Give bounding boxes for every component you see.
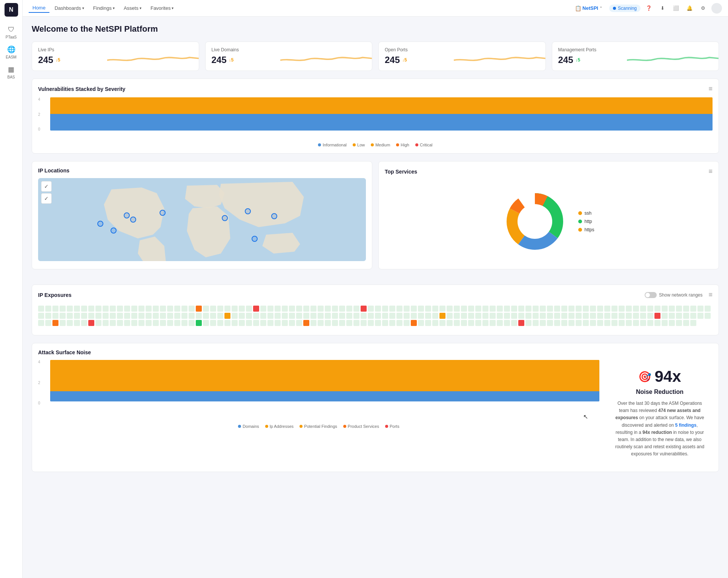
exposure-cell[interactable] [103, 320, 109, 326]
exposure-cell[interactable] [468, 320, 474, 326]
exposure-cell[interactable] [239, 313, 245, 319]
exposure-cell[interactable] [110, 313, 116, 319]
exposure-cell[interactable] [38, 320, 44, 326]
exposure-cell[interactable] [368, 313, 374, 319]
exposure-cell[interactable] [303, 306, 309, 312]
exposure-cell[interactable] [325, 306, 331, 312]
exposure-cell[interactable] [375, 306, 381, 312]
exposure-cell[interactable] [196, 313, 202, 319]
exposure-cell[interactable] [411, 313, 417, 319]
exposure-cell[interactable] [633, 313, 639, 319]
exposure-cell[interactable] [583, 313, 589, 319]
exposure-cell[interactable] [561, 313, 567, 319]
exposure-cell[interactable] [640, 313, 646, 319]
exposure-cell[interactable] [267, 306, 273, 312]
exposure-cell[interactable] [203, 306, 209, 312]
exposure-cell[interactable] [404, 320, 410, 326]
exposure-cell[interactable] [289, 306, 295, 312]
exposure-cell[interactable] [461, 320, 467, 326]
exposure-cell[interactable] [568, 313, 574, 319]
exposure-cell[interactable] [382, 306, 388, 312]
exposure-cell[interactable] [174, 306, 180, 312]
exposure-cell[interactable] [189, 313, 195, 319]
exposure-cell[interactable] [110, 320, 116, 326]
exposure-cell[interactable] [67, 306, 73, 312]
exposure-cell[interactable] [468, 313, 474, 319]
exposure-cell[interactable] [482, 320, 488, 326]
exposure-cell[interactable] [124, 306, 130, 312]
exposure-cell[interactable] [561, 320, 567, 326]
exposure-cell[interactable] [396, 320, 402, 326]
exposure-cell[interactable] [246, 306, 252, 312]
exposure-cell[interactable] [239, 320, 245, 326]
exposure-cell[interactable] [181, 306, 187, 312]
exposure-cell[interactable] [454, 306, 460, 312]
exposure-cell[interactable] [81, 313, 87, 319]
exposure-cell[interactable] [167, 320, 173, 326]
exposure-cell[interactable] [568, 320, 574, 326]
exposure-cell[interactable] [647, 306, 653, 312]
map-zoom-out[interactable]: ✓ [41, 193, 52, 204]
exposure-cell[interactable] [303, 320, 309, 326]
exposure-cell[interactable] [375, 320, 381, 326]
exposure-cell[interactable] [310, 306, 316, 312]
exposure-cell[interactable] [81, 320, 87, 326]
exposure-cell[interactable] [604, 320, 610, 326]
exposure-cell[interactable] [590, 313, 596, 319]
sidebar-item-ptaas[interactable]: 🛡 PTaaS [0, 23, 22, 42]
exposure-cell[interactable] [439, 306, 445, 312]
exposure-cell[interactable] [103, 306, 109, 312]
exposure-cell[interactable] [533, 313, 539, 319]
exposure-cell[interactable] [533, 306, 539, 312]
exposure-cell[interactable] [196, 306, 202, 312]
exposure-cell[interactable] [353, 306, 359, 312]
sidebar-item-bas[interactable]: ▦ BAS [0, 62, 22, 82]
exposure-cell[interactable] [518, 313, 524, 319]
exposure-cell[interactable] [576, 313, 582, 319]
exposure-cell[interactable] [60, 313, 66, 319]
exposure-cell[interactable] [611, 306, 617, 312]
exposure-cell[interactable] [88, 306, 94, 312]
exposure-cell[interactable] [633, 320, 639, 326]
exposure-cell[interactable] [705, 313, 711, 319]
exposure-cell[interactable] [124, 320, 130, 326]
exposure-cell[interactable] [275, 306, 281, 312]
org-selector[interactable]: 📋 NetSPI ⌃ [571, 4, 606, 13]
exposure-cell[interactable] [404, 306, 410, 312]
exposure-cell[interactable] [482, 313, 488, 319]
exposure-cell[interactable] [425, 306, 431, 312]
exposure-cell[interactable] [482, 306, 488, 312]
exposure-cell[interactable] [382, 320, 388, 326]
exposure-cell[interactable] [697, 306, 703, 312]
exposure-cell[interactable] [604, 306, 610, 312]
exposure-cell[interactable] [475, 306, 481, 312]
exposures-menu-icon[interactable]: ≡ [708, 291, 713, 299]
exposure-cell[interactable] [160, 320, 166, 326]
exposure-cell[interactable] [332, 306, 338, 312]
exposure-cell[interactable] [662, 320, 668, 326]
exposure-cell[interactable] [425, 320, 431, 326]
exposure-cell[interactable] [52, 313, 58, 319]
exposure-cell[interactable] [561, 306, 567, 312]
exposure-cell[interactable] [260, 313, 266, 319]
exposure-cell[interactable] [411, 306, 417, 312]
exposure-cell[interactable] [662, 313, 668, 319]
exposure-cell[interactable] [361, 313, 367, 319]
exposure-cell[interactable] [361, 306, 367, 312]
exposure-cell[interactable] [52, 306, 58, 312]
exposure-cell[interactable] [282, 320, 288, 326]
exposure-cell[interactable] [490, 313, 496, 319]
exposure-cell[interactable] [432, 320, 438, 326]
exposure-cell[interactable] [282, 306, 288, 312]
exposure-cell[interactable] [332, 313, 338, 319]
exposure-cell[interactable] [146, 306, 152, 312]
exposure-cell[interactable] [318, 313, 324, 319]
exposure-cell[interactable] [576, 306, 582, 312]
exposure-cell[interactable] [432, 306, 438, 312]
exposure-cell[interactable] [339, 306, 345, 312]
exposure-cell[interactable] [45, 313, 51, 319]
exposure-cell[interactable] [597, 320, 603, 326]
exposure-cell[interactable] [626, 313, 632, 319]
exposure-cell[interactable] [246, 320, 252, 326]
exposure-cell[interactable] [332, 320, 338, 326]
